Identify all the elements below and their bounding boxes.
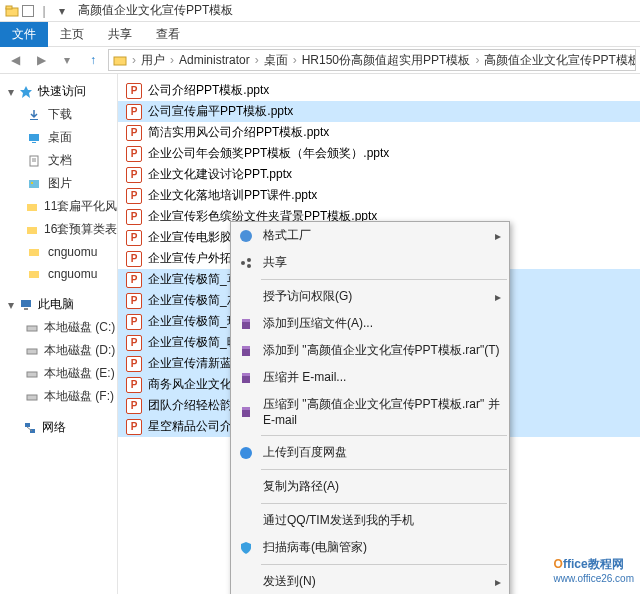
chevron-right-icon: ▸: [495, 575, 501, 589]
sidebar-item[interactable]: 11套扁平化风格PPT: [0, 195, 117, 218]
drive-icon: [26, 366, 38, 382]
menu-copy-as-path[interactable]: 复制为路径(A): [231, 473, 509, 500]
sidebar-network[interactable]: 网络: [0, 416, 117, 439]
menu-upload-baidu[interactable]: 上传到百度网盘: [231, 439, 509, 466]
breadcrumb[interactable]: 用户: [141, 52, 165, 69]
sidebar-item[interactable]: 16套预算类表格: [0, 218, 117, 241]
menu-send-to[interactable]: 发送到(N)▸: [231, 568, 509, 594]
divider-icon: |: [36, 3, 52, 19]
checkbox-icon[interactable]: [22, 5, 34, 17]
svg-rect-13: [27, 227, 37, 234]
menu-scan-virus[interactable]: 扫描病毒(电脑管家): [231, 534, 509, 561]
svg-rect-32: [242, 346, 250, 349]
sidebar-item[interactable]: cnguomu: [0, 263, 117, 285]
address-bar[interactable]: › 用户› Administrator› 桌面› HR150份高颜值超实用PPT…: [108, 49, 636, 71]
menu-separator: [261, 564, 507, 565]
baidu-icon: [237, 444, 255, 462]
pptx-icon: P: [126, 167, 142, 183]
pptx-icon: P: [126, 293, 142, 309]
svg-rect-16: [21, 300, 31, 307]
sidebar-item[interactable]: 下载: [0, 103, 117, 126]
list-item[interactable]: P企业文化落地培训PPT课件.pptx: [118, 185, 640, 206]
window-title: 高颜值企业文化宣传PPT模板: [78, 2, 233, 19]
list-item[interactable]: P简洁实用风公司介绍PPT模板.pptx: [118, 122, 640, 143]
menu-share[interactable]: 共享: [231, 249, 509, 276]
sidebar-drive[interactable]: 本地磁盘 (F:): [0, 385, 117, 408]
drive-icon: [26, 343, 38, 359]
rar-icon: [237, 342, 255, 360]
svg-point-27: [247, 258, 251, 262]
breadcrumb[interactable]: 高颜值企业文化宣传PPT模板: [484, 52, 636, 69]
breadcrumb[interactable]: Administrator: [179, 53, 250, 67]
tab-view[interactable]: 查看: [144, 22, 192, 47]
svg-rect-21: [27, 395, 37, 400]
back-button[interactable]: ◀: [4, 49, 26, 71]
share-icon: [237, 254, 255, 272]
list-item[interactable]: P公司宣传扁平PPT模板.pptx: [118, 101, 640, 122]
sidebar-drive[interactable]: 本地磁盘 (C:): [0, 316, 117, 339]
folder-icon: [26, 244, 42, 260]
pptx-icon: P: [126, 335, 142, 351]
download-icon: [26, 107, 42, 123]
svg-rect-20: [27, 372, 37, 377]
sidebar-this-pc[interactable]: ▾ 此电脑: [0, 293, 117, 316]
menu-separator: [261, 469, 507, 470]
context-menu: 格式工厂▸ 共享 授予访问权限(G)▸ 添加到压缩文件(A)... 添加到 "高…: [230, 221, 510, 594]
rar-icon: [237, 403, 255, 421]
svg-rect-22: [25, 423, 30, 427]
breadcrumb[interactable]: 桌面: [264, 52, 288, 69]
dropdown-icon[interactable]: ▾: [54, 3, 70, 19]
list-item[interactable]: P企业文化建设讨论PPT.pptx: [118, 164, 640, 185]
desktop-icon: [26, 130, 42, 146]
pptx-icon: P: [126, 272, 142, 288]
drive-icon: [26, 389, 38, 405]
forward-button[interactable]: ▶: [30, 49, 52, 71]
menu-compress-email[interactable]: 压缩并 E-mail...: [231, 364, 509, 391]
shield-icon: [237, 539, 255, 557]
svg-rect-14: [29, 249, 39, 256]
tab-home[interactable]: 主页: [48, 22, 96, 47]
svg-point-11: [31, 182, 33, 184]
list-item[interactable]: P企业公司年会颁奖PPT模板（年会颁奖）.pptx: [118, 143, 640, 164]
menu-add-rar[interactable]: 添加到 "高颜值企业文化宣传PPT模板.rar"(T): [231, 337, 509, 364]
svg-point-28: [247, 264, 251, 268]
svg-point-26: [241, 261, 245, 265]
breadcrumb[interactable]: HR150份高颜值超实用PPT模板: [302, 52, 471, 69]
chevron-right-icon: ▸: [495, 229, 501, 243]
up-button[interactable]: ↑: [82, 49, 104, 71]
pictures-icon: [26, 176, 42, 192]
history-dropdown[interactable]: ▾: [56, 49, 78, 71]
quick-access-toolbar: | ▾: [4, 3, 70, 19]
sidebar-drive[interactable]: 本地磁盘 (E:): [0, 362, 117, 385]
tab-share[interactable]: 共享: [96, 22, 144, 47]
pptx-icon: P: [126, 146, 142, 162]
pptx-icon: P: [126, 356, 142, 372]
svg-rect-6: [32, 142, 36, 143]
folder-icon: [26, 266, 42, 282]
pptx-icon: P: [126, 188, 142, 204]
sidebar-item[interactable]: cnguomu: [0, 241, 117, 263]
menu-grant-access[interactable]: 授予访问权限(G)▸: [231, 283, 509, 310]
pptx-icon: P: [126, 104, 142, 120]
list-item[interactable]: P公司介绍PPT模板.pptx: [118, 80, 640, 101]
svg-rect-30: [242, 319, 250, 322]
svg-rect-1: [6, 6, 12, 9]
ribbon: 文件 主页 共享 查看: [0, 22, 640, 46]
pptx-icon: P: [126, 377, 142, 393]
sidebar-quick-access[interactable]: ▾ 快速访问: [0, 80, 117, 103]
menu-format-factory[interactable]: 格式工厂▸: [231, 222, 509, 249]
menu-add-archive[interactable]: 添加到压缩文件(A)...: [231, 310, 509, 337]
sidebar-item[interactable]: 桌面: [0, 126, 117, 149]
menu-send-qq[interactable]: 通过QQ/TIM发送到我的手机: [231, 507, 509, 534]
nav-sidebar: ▾ 快速访问 下载 桌面 文档 图片 11套扁平化风格PPT 16套预算类表格 …: [0, 74, 118, 594]
tab-file[interactable]: 文件: [0, 22, 48, 47]
sidebar-item[interactable]: 图片: [0, 172, 117, 195]
folder-icon: [26, 222, 38, 238]
pptx-icon: P: [126, 83, 142, 99]
sidebar-item[interactable]: 文档: [0, 149, 117, 172]
menu-compress-rar-email[interactable]: 压缩到 "高颜值企业文化宣传PPT模板.rar" 并 E-mail: [231, 391, 509, 432]
nav-bar: ◀ ▶ ▾ ↑ › 用户› Administrator› 桌面› HR150份高…: [0, 46, 640, 74]
svg-rect-10: [29, 180, 39, 188]
sidebar-drive[interactable]: 本地磁盘 (D:): [0, 339, 117, 362]
svg-rect-2: [114, 57, 126, 65]
